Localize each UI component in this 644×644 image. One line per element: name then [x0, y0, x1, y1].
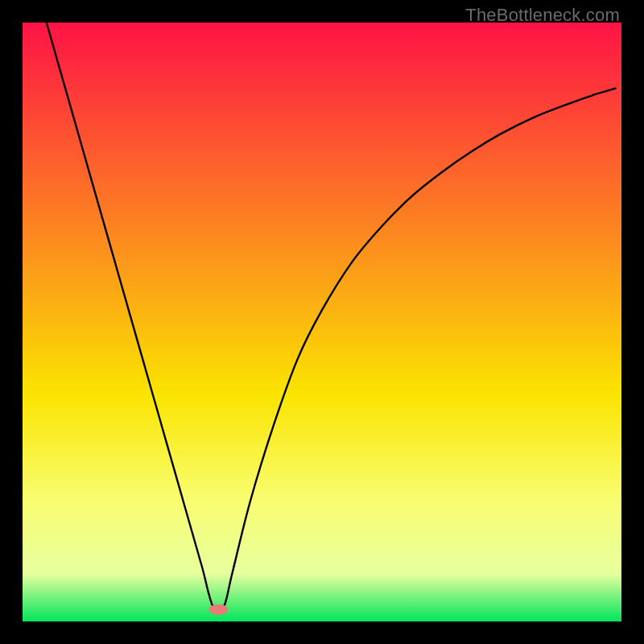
gradient-background	[23, 23, 621, 621]
watermark-text: TheBottleneck.com	[465, 5, 620, 26]
optimal-point-marker	[208, 604, 228, 614]
bottleneck-chart	[23, 23, 621, 621]
chart-frame	[23, 23, 621, 621]
